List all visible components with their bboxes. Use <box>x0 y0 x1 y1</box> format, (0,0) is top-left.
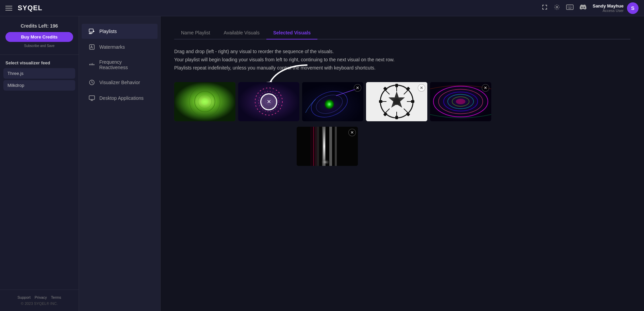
discord-icon[interactable] <box>580 4 587 12</box>
tab-available-visuals[interactable]: Available Visuals <box>217 27 266 40</box>
buy-credits-button[interactable]: Buy More Credits <box>5 32 73 42</box>
user-text: Sandy Mayhue Access User <box>593 3 624 13</box>
frequency-icon <box>88 61 95 68</box>
nav-item-frequency[interactable]: Frequency Reactiveness <box>82 55 158 74</box>
playlist-icon <box>88 28 95 35</box>
top-bar-right: Sandy Mayhue Access User S <box>542 2 639 14</box>
nav-label-desktop: Desktop Applications <box>99 95 144 101</box>
support-link[interactable]: Support <box>17 295 31 299</box>
svg-point-24 <box>325 99 334 109</box>
fullscreen-icon[interactable] <box>542 4 548 12</box>
svg-point-14 <box>201 98 208 105</box>
content-area: Name Playlist Available Visuals Selected… <box>161 16 644 311</box>
tab-name-playlist[interactable]: Name Playlist <box>174 27 217 40</box>
user-info: Sandy Mayhue Access User S <box>593 2 639 14</box>
visual-card-light-beams[interactable]: ✕ <box>297 127 358 166</box>
nav-label-watermarks: Watermarks <box>99 44 125 50</box>
visuals-area: ✕ <box>174 82 630 166</box>
select-feed-label: Select visualizer feed <box>0 55 79 68</box>
tabs-row: Name Playlist Available Visuals Selected… <box>174 27 630 40</box>
visuals-row-1: ✕ <box>174 82 630 121</box>
svg-point-36 <box>393 98 400 105</box>
svg-rect-38 <box>395 116 398 119</box>
svg-point-51 <box>456 99 465 104</box>
nav-label-behavior: Visualizer Behavior <box>99 80 140 85</box>
hamburger-button[interactable] <box>5 6 12 11</box>
feed-item-threejs[interactable]: Three.js <box>3 68 75 79</box>
nav-label-frequency: Frequency Reactiveness <box>99 59 151 70</box>
nav-item-watermarks[interactable]: Watermarks <box>82 40 158 55</box>
visuals-row-2: ✕ <box>174 127 630 166</box>
user-role: Access User <box>593 9 624 13</box>
svg-point-60 <box>317 154 334 164</box>
terms-link[interactable]: Terms <box>51 295 61 299</box>
visual-card-galaxy[interactable]: ✕ <box>302 82 363 121</box>
nav-label-playlists: Playlists <box>99 29 117 34</box>
top-bar-left: SYQEL <box>5 4 43 12</box>
nav-item-playlists[interactable]: Playlists <box>82 24 158 39</box>
tab-selected-visuals[interactable]: Selected Visuals <box>266 27 317 40</box>
visual-card-psychedelic[interactable]: ✕ <box>430 82 491 121</box>
behavior-icon <box>88 79 95 86</box>
sidebar-footer: Support Privacy Terms © 2023 SYQEL® INC. <box>0 290 79 311</box>
subscribe-save-label: Subscribe and Save <box>5 44 73 48</box>
svg-rect-40 <box>411 100 414 103</box>
nav-item-desktop[interactable]: Desktop Applications <box>82 91 158 106</box>
svg-rect-9 <box>89 96 95 99</box>
svg-rect-1 <box>566 5 573 10</box>
visual-card-mandala[interactable]: ✕ <box>366 82 427 121</box>
svg-point-0 <box>556 6 558 8</box>
info-line-1: Drag and drop (left - right) any visual … <box>174 48 630 56</box>
info-line-2: Your playlist will begin loading your vi… <box>174 56 630 64</box>
visual-card-pink-rings[interactable]: ✕ <box>238 82 299 121</box>
svg-rect-39 <box>379 100 382 103</box>
settings-icon[interactable] <box>554 4 560 12</box>
left-sidebar: Credits Left: 196 Buy More Credits Subsc… <box>0 16 79 311</box>
nav-panel: Playlists Watermarks <box>79 16 161 311</box>
avatar[interactable]: S <box>627 2 639 14</box>
visual-card-green[interactable] <box>174 82 235 121</box>
info-text: Drag and drop (left - right) any visual … <box>174 48 630 72</box>
user-name: Sandy Mayhue <box>593 3 624 9</box>
privacy-link[interactable]: Privacy <box>35 295 47 299</box>
main-layout: Credits Left: 196 Buy More Credits Subsc… <box>0 16 644 311</box>
info-line-3: Playlists repeat indefinitely, unless yo… <box>174 64 630 72</box>
credits-section: Credits Left: 196 Buy More Credits Subsc… <box>0 23 79 55</box>
feed-item-milkdrop[interactable]: Milkdrop <box>3 80 75 91</box>
sidebar-footer-links: Support Privacy Terms <box>5 295 73 299</box>
drag-target-circle: ✕ <box>260 93 277 110</box>
top-bar: SYQEL Sandy Mayhue <box>0 0 644 16</box>
feed-list: Three.js Milkdrop <box>0 68 79 91</box>
copyright-text: © 2023 SYQEL® INC. <box>5 301 73 306</box>
svg-rect-37 <box>395 84 398 87</box>
desktop-icon <box>88 95 95 102</box>
credits-label: Credits Left: 196 <box>5 23 73 29</box>
app-logo: SYQEL <box>18 4 43 12</box>
svg-rect-2 <box>89 29 93 32</box>
keyboard-icon[interactable] <box>566 4 574 12</box>
nav-item-behavior[interactable]: Visualizer Behavior <box>82 75 158 90</box>
watermark-icon <box>88 44 95 50</box>
